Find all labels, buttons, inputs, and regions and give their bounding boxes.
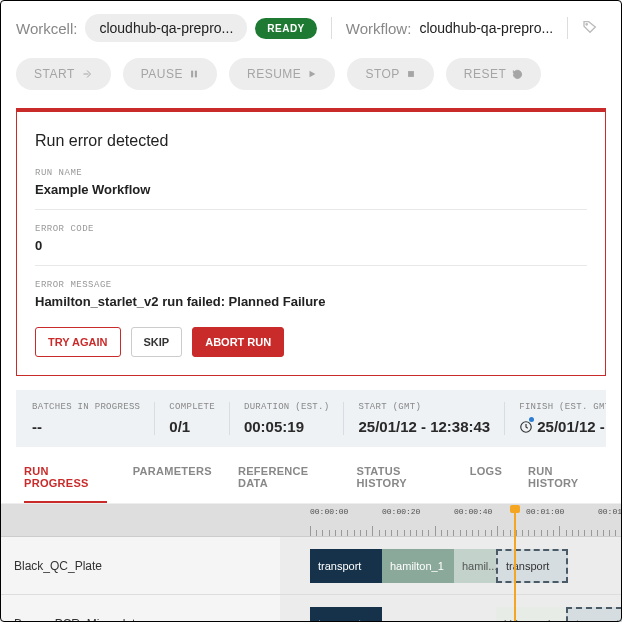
workcell-label: Workcell: bbox=[16, 20, 77, 37]
clock-icon bbox=[519, 420, 533, 434]
run-name-label: RUN NAME bbox=[35, 168, 587, 178]
error-code-value: 0 bbox=[35, 238, 587, 253]
start-button[interactable]: START bbox=[16, 58, 111, 90]
timeline-block[interactable]: kbio_sealer bbox=[496, 607, 566, 622]
batches-value: -- bbox=[32, 418, 140, 435]
resume-button[interactable]: RESUME bbox=[229, 58, 335, 90]
duration-label: DURATION (EST.) bbox=[244, 402, 330, 412]
try-again-button[interactable]: TRY AGAIN bbox=[35, 327, 121, 357]
timeline-tick: 00:00:00 bbox=[310, 507, 348, 516]
tab-run-progress[interactable]: RUN PROGRESS bbox=[24, 465, 107, 503]
divider bbox=[567, 17, 568, 39]
duration-value: 00:05:19 bbox=[244, 418, 330, 435]
timeline-tick: 00:00:40 bbox=[454, 507, 492, 516]
svg-rect-1 bbox=[191, 71, 193, 78]
tag-icon[interactable] bbox=[582, 19, 598, 38]
timeline-block[interactable]: hamil... bbox=[454, 549, 496, 583]
error-title: Run error detected bbox=[35, 132, 587, 150]
error-msg-label: ERROR MESSAGE bbox=[35, 280, 587, 290]
finish-value: 25/01/12 - 12:44:02 bbox=[519, 418, 606, 435]
timeline-row-label: Brown_PCR_Microplate bbox=[0, 595, 280, 622]
svg-rect-3 bbox=[408, 71, 414, 77]
run-name-value: Example Workflow bbox=[35, 182, 587, 197]
workflow-label: Workflow: bbox=[346, 20, 412, 37]
svg-rect-2 bbox=[195, 71, 197, 78]
reset-button[interactable]: RESET bbox=[446, 58, 542, 90]
timeline-block[interactable]: transport bbox=[566, 607, 622, 622]
complete-label: COMPLETE bbox=[169, 402, 215, 412]
timeline-label-header bbox=[0, 505, 280, 537]
timeline-block[interactable]: hamilton_1 bbox=[382, 549, 454, 583]
workcell-dropdown[interactable]: cloudhub-qa-prepro... bbox=[85, 14, 247, 42]
tab-parameters[interactable]: PARAMETERS bbox=[133, 465, 212, 503]
timeline-row-label: Black_QC_Plate bbox=[0, 537, 280, 595]
tab-reference-data[interactable]: REFERENCE DATA bbox=[238, 465, 331, 503]
start-value: 25/01/12 - 12:38:43 bbox=[358, 418, 490, 435]
start-label: START (GMT) bbox=[358, 402, 490, 412]
tab-status-history[interactable]: STATUS HISTORY bbox=[357, 465, 444, 503]
batches-label: BATCHES IN PROGRESS bbox=[32, 402, 140, 412]
timeline-tick: 00:01:00 bbox=[526, 507, 564, 516]
stats-bar: BATCHES IN PROGRESS -- COMPLETE 0/1 DURA… bbox=[16, 390, 606, 447]
timeline-row: transporthamilton_1hamil...transport bbox=[280, 537, 622, 595]
tab-logs[interactable]: LOGS bbox=[470, 465, 502, 503]
skip-button[interactable]: SKIP bbox=[131, 327, 183, 357]
control-bar: START PAUSE RESUME STOP RESET bbox=[0, 52, 622, 108]
error-code-label: ERROR CODE bbox=[35, 224, 587, 234]
timeline-tick: 00:01:20 bbox=[598, 507, 622, 516]
pause-button[interactable]: PAUSE bbox=[123, 58, 217, 90]
tabs: RUN PROGRESS PARAMETERS REFERENCE DATA S… bbox=[0, 447, 622, 504]
timeline-row: transportkbio_sealertransport bbox=[280, 595, 622, 622]
complete-value: 0/1 bbox=[169, 418, 215, 435]
timeline-block[interactable]: transport bbox=[310, 549, 382, 583]
error-msg-value: Hamilton_starlet_v2 run failed: Planned … bbox=[35, 294, 587, 309]
timeline: Black_QC_PlateBrown_PCR_Microplate 00:00… bbox=[0, 504, 622, 622]
workflow-dropdown[interactable]: cloudhub-qa-prepro... bbox=[419, 20, 553, 36]
error-panel: Run error detected RUN NAME Example Work… bbox=[16, 108, 606, 376]
timeline-tick: 00:00:20 bbox=[382, 507, 420, 516]
tab-run-history[interactable]: RUN HISTORY bbox=[528, 465, 598, 503]
abort-run-button[interactable]: ABORT RUN bbox=[192, 327, 284, 357]
timeline-playhead[interactable] bbox=[514, 505, 516, 622]
divider bbox=[331, 17, 332, 39]
svg-point-0 bbox=[586, 23, 587, 24]
timeline-ruler[interactable]: 00:00:0000:00:2000:00:4000:01:0000:01:20 bbox=[280, 505, 622, 537]
header-bar: Workcell: cloudhub-qa-prepro... READY Wo… bbox=[0, 0, 622, 52]
stop-button[interactable]: STOP bbox=[347, 58, 433, 90]
timeline-block[interactable]: transport bbox=[310, 607, 382, 622]
timeline-block[interactable]: transport bbox=[496, 549, 568, 583]
finish-label: FINISH (EST. GMT) bbox=[519, 402, 606, 412]
status-badge: READY bbox=[255, 18, 317, 39]
